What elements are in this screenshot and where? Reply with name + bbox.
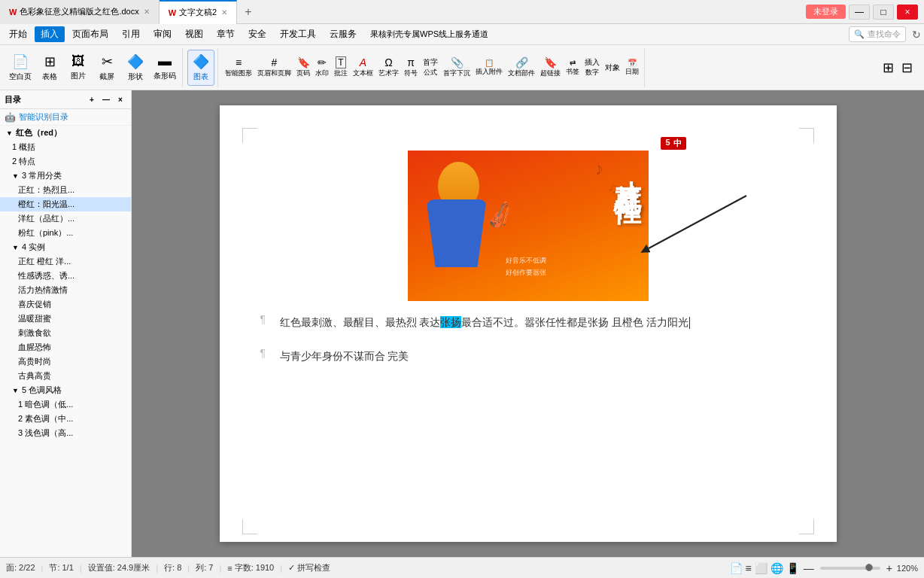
search-command-box[interactable]: 🔍 查找命令 <box>849 26 906 42</box>
toc-item-ex3[interactable]: 活力热情激情 <box>0 283 131 297</box>
menu-chapter[interactable]: 章节 <box>211 26 241 42</box>
toc-item-examples[interactable]: ▼ 4 实例 <box>0 240 131 254</box>
view-icon-list[interactable]: ≡ <box>746 562 752 574</box>
zoom-minus-btn[interactable]: — <box>804 562 814 574</box>
toc-item-ex2[interactable]: 性感诱惑、诱... <box>0 269 131 283</box>
maximize-button[interactable]: □ <box>873 5 894 20</box>
smart-toc-bar[interactable]: 🤖 智能识别目录 <box>0 109 131 126</box>
toc-toggle-examples[interactable]: ▼ <box>12 244 19 251</box>
menu-start[interactable]: 开始 <box>3 26 33 42</box>
symbol-label: 艺术字 <box>378 68 399 78</box>
hyperlink-button[interactable]: 🔗 文档部件 <box>506 55 537 80</box>
menu-layout[interactable]: 页面布局 <box>66 26 114 42</box>
comment-button[interactable]: ✏ 水印 <box>313 55 331 80</box>
menu-insert[interactable]: 插入 <box>35 26 65 42</box>
toc-item-tone[interactable]: ▼ 5 色调风格 <box>0 383 131 397</box>
dropcap-button[interactable]: 首字 公式 <box>421 56 440 79</box>
view-icon-web[interactable]: ⬜ <box>755 562 767 574</box>
date-button[interactable]: 📅 日期 <box>623 57 641 78</box>
sidebar-collapse-button[interactable]: — <box>100 93 112 105</box>
toc-toggle-tone[interactable]: ▼ <box>12 387 19 394</box>
menu-cloud[interactable]: 云服务 <box>324 26 363 42</box>
sidebar-title-label: 目录 <box>5 94 21 105</box>
toc-toggle-categories[interactable]: ▼ <box>12 172 19 180</box>
attachment-button[interactable]: 📎 首字下沉 <box>441 55 473 80</box>
doc-para1-wrapper: ¶ 红色最刺激、最醒目、最热烈 表达张扬最合适不过。嚣张任性都是张扬 且橙色 活… <box>280 313 777 341</box>
align-button[interactable]: 对象 <box>603 61 622 75</box>
view-icon-page[interactable]: 📄 <box>730 562 743 574</box>
watermark-button[interactable]: 🔖 页码 <box>294 55 312 80</box>
toc-item-ex1[interactable]: 正红 橙红 洋... <box>0 254 131 269</box>
toc-item-categories[interactable]: ▼ 3 常用分类 <box>0 169 131 183</box>
smart-shape-button[interactable]: 🔷 图表 <box>187 50 214 86</box>
toc-item-magenta[interactable]: 洋红（品红）... <box>0 211 131 226</box>
toc-item-ex8[interactable]: 高贵时尚 <box>0 354 131 369</box>
toc-item-pure-red[interactable]: 正红：热烈且... <box>0 183 131 197</box>
zoom-plus-btn[interactable]: + <box>886 562 892 574</box>
formula-button[interactable]: π 符号 <box>402 55 420 80</box>
insert-number-button[interactable]: 插入 数字 <box>582 56 602 79</box>
toc-item-tone2[interactable]: 2 素色调（中... <box>0 412 131 426</box>
minimize-button[interactable]: — <box>849 5 870 20</box>
toc-item-features[interactable]: 2 特点 <box>0 154 131 169</box>
image-button[interactable]: 🖼 图片 <box>65 50 92 86</box>
page-number-icon: # <box>272 56 278 68</box>
toc-item-red[interactable]: ▼ 红色（red） <box>0 126 131 140</box>
menu-dev[interactable]: 开发工具 <box>274 26 322 42</box>
toc-item-ex5[interactable]: 温暖甜蜜 <box>0 312 131 326</box>
menu-view[interactable]: 视图 <box>179 26 209 42</box>
toc-item-ex7[interactable]: 血腥恐怖 <box>0 340 131 354</box>
toc-item-tone3[interactable]: 3 浅色调（高... <box>0 426 131 440</box>
document-area[interactable]: ♪ ♫ 🎻 才就是任性 <box>132 90 924 557</box>
insert-display2-button[interactable]: ⊟ <box>899 58 915 78</box>
toc-item-orange-red[interactable]: 橙红：阳光温... <box>0 197 131 211</box>
toc-text-ex6: 刺激食欲 <box>18 327 51 339</box>
page-number-button[interactable]: # 页眉和页脚 <box>255 55 293 80</box>
blank-page-button[interactable]: 📄 空白页 <box>6 50 35 86</box>
tab-doc1[interactable]: W 色彩象征意义精编版之红色.docx ✕ <box>0 0 160 24</box>
textbox-button[interactable]: T 批注 <box>332 55 350 80</box>
barcode-button[interactable]: ▬ 条形码 <box>150 50 179 86</box>
sidebar-header: 目录 + — × <box>0 90 131 109</box>
sidebar-expand-button[interactable]: + <box>86 93 98 105</box>
screenshot-button[interactable]: ✂ 截屏 <box>93 50 120 86</box>
status-col-label: 列: 7 <box>196 562 213 573</box>
toc-item-tone1[interactable]: 1 暗色调（低... <box>0 397 131 412</box>
shape-button[interactable]: 🔷 形状 <box>122 50 149 86</box>
doc-paragraph1[interactable]: 红色最刺激、最醒目、最热烈 表达张扬最合适不过。嚣张任性都是张扬 且橙色 活力阳… <box>280 313 691 332</box>
toc-toggle-red[interactable]: ▼ <box>6 129 13 137</box>
bookmark-button[interactable]: 🔖 超链接 <box>538 55 563 80</box>
toc-text-orange-red: 橙红：阳光温... <box>18 199 74 210</box>
menu-ref[interactable]: 引用 <box>116 26 146 42</box>
toc-item-ex6[interactable]: 刺激食欲 <box>0 326 131 340</box>
menu-review[interactable]: 审阅 <box>147 26 178 42</box>
sidebar-close-button[interactable]: × <box>114 93 126 105</box>
cross-ref-button[interactable]: ⇄ 书签 <box>564 57 582 78</box>
view-icon-mobile[interactable]: 📱 <box>786 562 799 574</box>
menu-security[interactable]: 安全 <box>242 26 272 42</box>
doc-part-button[interactable]: 📋 插入附件 <box>473 57 505 78</box>
new-tab-button[interactable]: + <box>237 5 259 19</box>
status-section: 节: 1/1 <box>49 562 73 573</box>
toc-item-ex9[interactable]: 古典高贵 <box>0 369 131 383</box>
art-text-button[interactable]: A 文本框 <box>351 55 375 80</box>
insert-display-button[interactable]: ⊞ <box>880 58 896 78</box>
screenshot-label: 截屏 <box>99 71 114 82</box>
close-button[interactable]: × <box>897 5 918 20</box>
tab-doc2[interactable]: W 文字文稿2 ✕ <box>160 0 238 24</box>
tab2-close[interactable]: ✕ <box>221 8 227 17</box>
toc-item-ex4[interactable]: 喜庆促销 <box>0 297 131 312</box>
table-button[interactable]: ⊞ 表格 <box>36 50 63 86</box>
status-spell[interactable]: ✓ 拼写检查 <box>288 562 330 573</box>
toc-item-overview[interactable]: 1 概括 <box>0 140 131 154</box>
header-footer-button[interactable]: ≡ 智能图形 <box>223 55 254 80</box>
doc-paragraph2[interactable]: 与青少年身份不谋而合 完美 <box>280 347 409 366</box>
menu-wps-service[interactable]: 果核剥壳专属WPS线上服务通道 <box>364 27 494 41</box>
zoom-slider[interactable] <box>820 567 880 570</box>
view-icon-globe[interactable]: 🌐 <box>771 562 783 574</box>
hyperlink-label: 文档部件 <box>508 68 535 78</box>
toc-item-pink[interactable]: 粉红（pink）... <box>0 226 131 240</box>
tab1-close[interactable]: ✕ <box>144 8 150 16</box>
login-button[interactable]: 未登录 <box>806 5 846 19</box>
symbol-button[interactable]: Ω 艺术字 <box>376 55 401 80</box>
